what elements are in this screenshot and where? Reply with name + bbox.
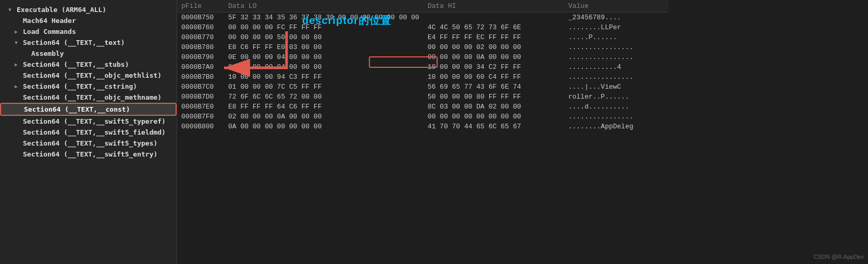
cell-data-lo: 0E 00 00 00 04 00 00 00 — [224, 52, 424, 62]
table-row[interactable]: 0000B7D072 6F 6C 6C 65 72 00 0050 00 00 … — [177, 92, 668, 102]
hex-table: pFile Data LO Data HI Value 0000B7505F 3… — [177, 0, 668, 131]
sidebar-item-section64-text-stubs[interactable]: ▶Section64 (__TEXT,__stubs) — [0, 59, 177, 70]
col-header-data-hi: Data HI — [424, 0, 564, 13]
sidebar-item-section64-text-swift5-fieldmd[interactable]: Section64 (__TEXT,__swift5_fieldmd) — [0, 127, 177, 138]
sidebar-item-section64-text-objc-methname[interactable]: Section64 (__TEXT,__objc_methname) — [0, 92, 177, 103]
col-header-data-lo: Data LO — [224, 0, 424, 13]
sidebar-item-label: Section64 (__TEXT,__objc_methlist) — [23, 71, 162, 79]
cell-data-lo: 72 6F 6C 6C 65 72 00 00 — [224, 92, 424, 102]
sidebar-item-label: Section64 (__TEXT,__cstring) — [23, 82, 137, 90]
cell-value: ................ — [564, 72, 668, 82]
table-row[interactable]: 0000B7C001 00 00 00 7C C5 FF FF56 69 65 … — [177, 82, 668, 92]
cell-data-lo: E8 FF FF FF 64 C6 FF FF — [224, 102, 424, 112]
cell-data-hi: 00 00 00 00 00 00 00 00 — [424, 112, 564, 122]
table-row[interactable]: 0000B7B010 00 00 00 94 C3 FF FF10 00 00 … — [177, 72, 668, 82]
cell-value: _23456789.... — [564, 13, 668, 23]
chevron-icon: ▼ — [8, 7, 15, 13]
col-header-pfile: pFile — [177, 0, 224, 13]
cell-pfile: 0000B7A0 — [177, 62, 224, 72]
cell-data-hi: 56 69 65 77 43 6F 6E 74 — [424, 82, 564, 92]
sidebar-item-section64-text-objc-methlist[interactable]: Section64 (__TEXT,__objc_methlist) — [0, 70, 177, 81]
cell-data-hi: 00 00 00 00 02 00 00 00 — [424, 42, 564, 52]
cell-value: ................ — [564, 52, 668, 62]
cell-value: ........AppDeleg — [564, 122, 668, 131]
table-row[interactable]: 0000B780E8 C6 FF FF E0 03 00 0000 00 00 … — [177, 42, 668, 52]
cell-data-lo: 00 00 00 00 FC FF FF FF — [224, 22, 424, 32]
sidebar-item-label: Section64 (__TEXT,__objc_methname) — [23, 93, 162, 101]
cell-data-lo: 00 00 00 00 50 00 00 80 — [224, 32, 424, 42]
cell-pfile: 0000B750 — [177, 13, 224, 23]
sidebar-item-label: Mach64 Header — [23, 17, 76, 25]
cell-data-hi: 00 00 00 00 0A 00 00 00 — [424, 52, 564, 62]
table-row[interactable]: 0000B7E0E8 FF FF FF 64 C6 FF FF8C 03 00 … — [177, 102, 668, 112]
sidebar-item-load-commands[interactable]: ▶Load Commands — [0, 26, 177, 37]
cell-data-hi: 50 00 00 00 80 FF FF FF — [424, 92, 564, 102]
cell-value: roller..P...... — [564, 92, 668, 102]
sidebar-item-section64-text-swift5-typeref[interactable]: Section64 (__TEXT,__swift5_typeref) — [0, 116, 177, 127]
col-header-value: Value — [564, 0, 668, 13]
sidebar-item-mach64-header[interactable]: Mach64 Header — [0, 15, 177, 26]
cell-data-hi: 8C 03 00 00 DA 02 00 00 — [424, 102, 564, 112]
cell-data-lo: 5F 32 33 34 35 36 37 38 39 00 00 00 00 0… — [224, 13, 424, 23]
sidebar-item-section64-text-swift5-types[interactable]: Section64 (__TEXT,__swift5_types) — [0, 138, 177, 149]
sidebar-item-section64-text-swift-entry[interactable]: Section64 (__TEXT,__swift5_entry) — [0, 149, 177, 160]
sidebar-item-assembly[interactable]: Assembly — [0, 48, 177, 59]
cell-pfile: 0000B780 — [177, 42, 224, 52]
cell-pfile: 0000B7C0 — [177, 82, 224, 92]
cell-data-lo: E8 C6 FF FF E0 03 00 00 — [224, 42, 424, 52]
sidebar: ▼Executable (ARM64_ALL)Mach64 Header▶Loa… — [0, 0, 177, 264]
cell-value: ................ — [564, 112, 668, 122]
cell-data-lo: 02 00 00 00 0A 00 00 00 — [224, 112, 424, 122]
cell-value: ................ — [564, 42, 668, 52]
sidebar-item-label: Section64 (__TEXT,__swift5_entry) — [23, 150, 157, 158]
sidebar-item-label: Section64 (__TEXT,__swift5_typeref) — [23, 117, 166, 125]
cell-data-hi: 4C 4C 50 65 72 73 6F 6E — [424, 22, 564, 32]
cell-pfile: 0000B7B0 — [177, 72, 224, 82]
chevron-icon: ▶ — [15, 29, 21, 34]
table-row[interactable]: 0000B8000A 00 00 00 00 00 00 0041 70 70 … — [177, 122, 668, 131]
sidebar-item-section64-text-const[interactable]: Section64 (__TEXT,__const) — [0, 103, 177, 116]
cell-data-hi: 10 00 00 00 60 C4 FF FF — [424, 72, 564, 82]
sidebar-item-section64-text-text[interactable]: ▼Section64 (__TEXT,__text) — [0, 37, 177, 48]
hex-view: pFile Data LO Data HI Value 0000B7505F 3… — [177, 0, 868, 264]
cell-pfile: 0000B7D0 — [177, 92, 224, 102]
table-row[interactable]: 0000B76000 00 00 00 FC FF FF FF4C 4C 50 … — [177, 22, 668, 32]
cell-pfile: 0000B770 — [177, 32, 224, 42]
sidebar-item-section64-text-cstring[interactable]: ▶Section64 (__TEXT,__cstring) — [0, 81, 177, 92]
table-row[interactable]: 0000B77000 00 00 00 50 00 00 80E4 FF FF … — [177, 32, 668, 42]
cell-pfile: 0000B760 — [177, 22, 224, 32]
table-row[interactable]: 0000B7A00A 00 00 00 04 00 00 0010 00 00 … — [177, 62, 668, 72]
cell-pfile: 0000B790 — [177, 52, 224, 62]
chevron-icon: ▼ — [15, 40, 21, 45]
table-row[interactable]: 0000B7505F 32 33 34 35 36 37 38 39 00 00… — [177, 13, 668, 23]
sidebar-item-label: Section64 (__TEXT,__swift5_types) — [23, 139, 157, 147]
hex-table-container[interactable]: pFile Data LO Data HI Value 0000B7505F 3… — [177, 0, 868, 264]
cell-value: .....P...... — [564, 32, 668, 42]
table-row[interactable]: 0000B7900E 00 00 00 04 00 00 0000 00 00 … — [177, 52, 668, 62]
sidebar-item-label: Assembly — [31, 50, 64, 57]
sidebar-item-label: Section64 (__TEXT,__text) — [23, 39, 125, 46]
cell-pfile: 0000B7F0 — [177, 112, 224, 122]
sidebar-item-executable[interactable]: ▼Executable (ARM64_ALL) — [0, 4, 177, 15]
cell-pfile: 0000B7E0 — [177, 102, 224, 112]
cell-data-hi: 41 70 70 44 65 6C 65 67 — [424, 122, 564, 131]
cell-value: ....|...ViewC — [564, 82, 668, 92]
cell-pfile: 0000B800 — [177, 122, 224, 131]
cell-data-hi: 10 00 00 00 34 C2 FF FF — [424, 62, 564, 72]
cell-data-lo: 10 00 00 00 94 C3 FF FF — [224, 72, 424, 82]
cell-value: ............4 — [564, 62, 668, 72]
cell-value: ........LLPer — [564, 22, 668, 32]
sidebar-item-label: Load Commands — [23, 28, 76, 35]
table-row[interactable]: 0000B7F002 00 00 00 0A 00 00 0000 00 00 … — [177, 112, 668, 122]
cell-value: ....d.......... — [564, 102, 668, 112]
cell-data-hi: E4 FF FF FF EC FF FF FF — [424, 32, 564, 42]
sidebar-item-label: Section64 (__TEXT,__const) — [24, 105, 130, 113]
cell-data-lo: 0A 00 00 00 04 00 00 00 — [224, 62, 424, 72]
chevron-icon: ▶ — [15, 62, 21, 67]
sidebar-item-label: Section64 (__TEXT,__stubs) — [23, 61, 129, 68]
cell-data-lo: 01 00 00 00 7C C5 FF FF — [224, 82, 424, 92]
sidebar-item-label: Section64 (__TEXT,__swift5_fieldmd) — [23, 128, 166, 136]
chevron-icon: ▶ — [15, 83, 21, 89]
cell-data-hi — [424, 13, 564, 23]
cell-data-lo: 0A 00 00 00 00 00 00 00 — [224, 122, 424, 131]
